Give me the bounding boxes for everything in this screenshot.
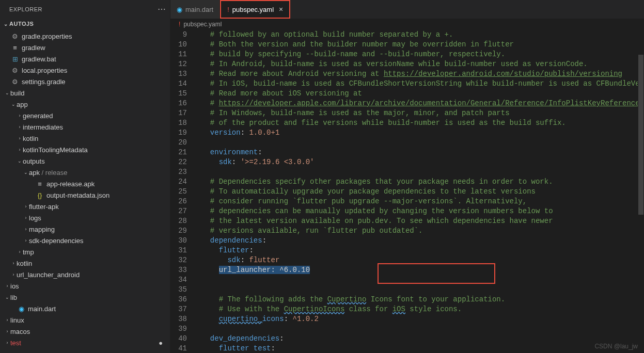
tree-item[interactable]: ⌄outputs — [0, 155, 170, 167]
chevron-icon: › — [17, 113, 23, 118]
tree-item[interactable]: ›kotlinToolingMetadata — [0, 144, 170, 155]
tree-item[interactable]: ›macos — [0, 326, 170, 337]
tree-item[interactable]: ›kotlin — [0, 133, 170, 144]
tree-item-label: gradlew — [22, 44, 170, 52]
tree-item-label: test — [10, 339, 159, 347]
chevron-icon: ⌄ — [4, 90, 10, 95]
tree-item[interactable]: ›flutter-apk — [0, 201, 170, 212]
chevron-icon: ⌄ — [4, 295, 10, 300]
tree-item[interactable]: ›intermediates — [0, 121, 170, 133]
tree-item[interactable]: ›kotlin — [0, 258, 170, 269]
tree-item-label: mapping — [29, 226, 170, 233]
breadcrumb-file: pubspec.yaml — [183, 21, 222, 28]
project-name: AUTOJS — [9, 21, 34, 27]
tree-item-label: gradle.properties — [22, 33, 170, 40]
chevron-icon: › — [17, 136, 23, 141]
tab-bar: ◉main.dart!pubspec.yaml× — [170, 0, 644, 19]
tree-item[interactable]: ›url_launcher_android — [0, 269, 170, 280]
chevron-icon: › — [23, 215, 29, 220]
chevron-down-icon: ⌄ — [2, 21, 9, 27]
chevron-icon: ⌄ — [10, 102, 17, 107]
file-icon: ⚙ — [10, 33, 20, 40]
explorer-sidebar: EXPLORER ⋯ ⌄ AUTOJS ›⚙gradle.properties›… — [0, 0, 170, 353]
tree-item[interactable]: ⌄app — [0, 99, 170, 110]
breadcrumb[interactable]: ! pubspec.yaml — [170, 19, 644, 30]
chevron-icon: › — [17, 124, 23, 130]
chevron-icon: › — [4, 329, 10, 334]
tree-item[interactable]: ›⚙settings.gradle — [0, 76, 170, 87]
tree-item[interactable]: ›⚙gradle.properties — [0, 30, 170, 42]
tree-item-label: settings.gradle — [22, 78, 170, 86]
file-icon: ⊞ — [10, 55, 20, 63]
tree-item-label: local.properties — [22, 67, 170, 74]
chevron-icon: › — [4, 317, 10, 323]
tree-item[interactable]: ›logs — [0, 212, 170, 223]
tree-item-label: apk / release — [29, 169, 170, 176]
tree-item-label: url_launcher_android — [17, 271, 170, 279]
line-gutter: 9101112131415161718192021222324252627282… — [170, 30, 196, 353]
chevron-icon: ⌄ — [23, 170, 29, 175]
tree-item[interactable]: ›linux — [0, 314, 170, 326]
tree-item[interactable]: ›sdk-dependencies — [0, 235, 170, 246]
tree-item-label: linux — [10, 316, 170, 324]
chevron-icon: › — [23, 238, 29, 243]
tree-item-label: kotlin — [17, 260, 170, 267]
vertical-scrollbar[interactable] — [638, 30, 644, 353]
tree-item[interactable]: ›test● — [0, 337, 170, 348]
scroll-thumb[interactable] — [638, 55, 643, 215]
tree-item[interactable]: ›ios — [0, 280, 170, 292]
watermark: CSDN @lau_jw — [594, 343, 638, 350]
tree-item[interactable]: ⌄lib — [0, 292, 170, 303]
tree-item-label: app — [17, 101, 170, 108]
file-icon: ⚙ — [10, 78, 20, 86]
explorer-header: EXPLORER ⋯ — [0, 0, 170, 18]
tab[interactable]: !pubspec.yaml× — [220, 0, 290, 19]
tree-item-label: intermediates — [23, 123, 170, 131]
tree-item[interactable]: ›◉main.dart — [0, 303, 170, 314]
tree-item[interactable]: ›mapping — [0, 223, 170, 235]
file-icon: ≡ — [35, 180, 44, 188]
tree-item-label: outputs — [23, 157, 170, 165]
tree-item[interactable]: ›⊞gradlew.bat — [0, 53, 170, 65]
chevron-icon: › — [10, 261, 17, 266]
tab-file-icon: ! — [227, 6, 229, 13]
chevron-icon: › — [4, 283, 10, 288]
tree-item[interactable]: ›generated — [0, 110, 170, 121]
tree-item-label: build — [10, 89, 170, 97]
file-icon: ◉ — [17, 305, 26, 313]
tree-item-label: lib — [10, 294, 170, 301]
tab[interactable]: ◉main.dart — [170, 0, 220, 19]
tree-item-label: generated — [23, 112, 170, 120]
close-icon[interactable]: × — [279, 5, 283, 13]
tree-item-label: ios — [10, 282, 170, 290]
project-header[interactable]: ⌄ AUTOJS — [0, 18, 170, 29]
tree-item-label: macos — [10, 328, 170, 335]
tree-item-label: sdk-dependencies — [29, 237, 170, 245]
code-content[interactable]: # followed by an optional build number s… — [196, 30, 644, 353]
tree-item[interactable]: ›tmp — [0, 246, 170, 258]
file-icon: ⚙ — [10, 67, 20, 74]
tree-item-label: output-metadata.json — [46, 191, 170, 199]
yaml-icon: ! — [179, 21, 180, 28]
tree-item-label: gradlew.bat — [22, 55, 170, 63]
tab-label: main.dart — [185, 6, 213, 13]
tree-item[interactable]: ⌄build — [0, 87, 170, 99]
chevron-icon: › — [23, 227, 29, 232]
file-icon: ≡ — [10, 44, 20, 52]
tree-item[interactable]: ›≡app-release.apk — [0, 178, 170, 189]
tree-item[interactable]: ⌄apk / release — [0, 167, 170, 178]
file-icon: {} — [35, 191, 44, 199]
tab-label: pubspec.yaml — [232, 6, 274, 13]
editor-area: ◉main.dart!pubspec.yaml× ! pubspec.yaml … — [170, 0, 644, 353]
tree-item-label: kotlinToolingMetadata — [23, 146, 170, 154]
tree-item[interactable]: ›≡gradlew — [0, 42, 170, 53]
tree-item[interactable]: ›{}output-metadata.json — [0, 189, 170, 201]
tree-item-label: kotlin — [23, 135, 170, 142]
file-tree[interactable]: ›⚙gradle.properties›≡gradlew›⊞gradlew.ba… — [0, 29, 170, 353]
tab-file-icon: ◉ — [177, 6, 182, 13]
tree-item-label: logs — [29, 214, 170, 222]
code-editor[interactable]: 9101112131415161718192021222324252627282… — [170, 30, 644, 353]
chevron-icon: › — [17, 147, 23, 152]
tree-item[interactable]: ›⚙local.properties — [0, 65, 170, 76]
explorer-more-icon[interactable]: ⋯ — [158, 4, 166, 14]
